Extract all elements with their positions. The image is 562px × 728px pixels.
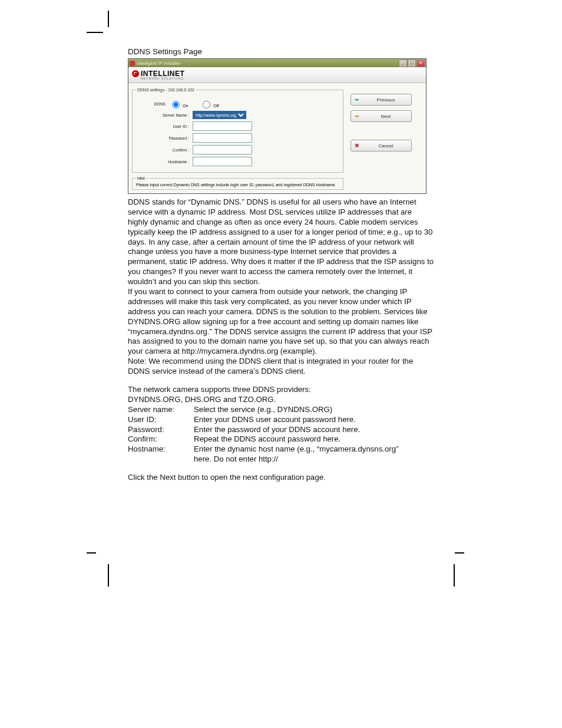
radio-off[interactable]: Off — [200, 104, 219, 108]
body-text: DDNS stands for “Dynamic DNS.” DDNS is u… — [128, 197, 434, 483]
arrow-right-icon: ➡ — [355, 113, 359, 119]
cancel-button[interactable]: ✖ Cancel — [351, 140, 412, 151]
brand-subtitle: NETWORK SOLUTIONS — [141, 77, 422, 80]
hostname-label: Hostname : — [136, 160, 193, 164]
maximize-button[interactable]: □ — [408, 60, 416, 67]
user-id-label: User ID : — [136, 124, 193, 129]
paragraph: DDNS stands for “Dynamic DNS.” DDNS is u… — [128, 197, 434, 287]
ddns-legend: DDNS settings - 192.168.0.102 — [136, 88, 196, 92]
server-name-select[interactable]: http://www.dyndns.org — [193, 111, 246, 119]
paragraph: If you want to connect to your camera fr… — [128, 287, 434, 357]
definition-row: Password: Enter the password of your DDN… — [128, 425, 434, 435]
crop-mark — [454, 564, 455, 587]
radio-on[interactable]: On — [169, 104, 188, 108]
window-title: Intelligent IP Installer — [137, 61, 397, 66]
confirm-input[interactable] — [193, 145, 252, 154]
next-button[interactable]: ➡ Next — [351, 110, 412, 122]
crop-mark — [108, 564, 109, 587]
app-window: Intelligent IP Installer _ □ × INTELLINE… — [128, 58, 427, 194]
previous-button[interactable]: ⬅ Previous — [351, 94, 412, 106]
hint-legend: Hint — [136, 176, 146, 180]
ddns-label: DDNS — [136, 102, 169, 106]
crop-mark — [108, 11, 109, 27]
hostname-input[interactable] — [193, 157, 252, 166]
minimize-button[interactable]: _ — [399, 60, 407, 67]
brand-bar: INTELLINET NETWORK SOLUTIONS — [128, 67, 426, 83]
section-title: DDNS Settings Page — [128, 47, 434, 56]
titlebar: Intelligent IP Installer _ □ × — [128, 59, 426, 67]
hint-text: Please input correct Dynamic DNS setting… — [136, 183, 336, 187]
confirm-label: Confirm : — [136, 148, 193, 152]
paragraph: DYNDNS.ORG, DHS.ORG and TZO.ORG. — [128, 395, 434, 405]
password-label: Password : — [136, 136, 193, 140]
cancel-icon: ✖ — [355, 143, 359, 149]
paragraph: The network camera supports three DDNS p… — [128, 385, 434, 395]
definition-row: User ID: Enter your DDNS user account pa… — [128, 415, 434, 425]
definition-continuation: here. Do not enter http:// — [194, 454, 434, 465]
ddns-fieldset: DDNS settings - 192.168.0.102 DDNS On Of… — [132, 88, 343, 173]
crop-mark — [87, 552, 96, 554]
definition-row: Server name: Select the service (e.g., D… — [128, 405, 434, 415]
definition-row: Hostname: Enter the dynamic host name (e… — [128, 444, 434, 454]
close-button[interactable]: × — [416, 60, 425, 67]
server-name-label: Server Name : — [136, 113, 193, 117]
arrow-left-icon: ⬅ — [355, 97, 359, 103]
paragraph: Note: We recommend using the DDNS client… — [128, 357, 434, 377]
brand-icon — [132, 70, 139, 77]
password-input[interactable] — [193, 133, 252, 143]
definition-row: Confirm: Repeat the DDNS account passwor… — [128, 434, 434, 444]
app-icon — [130, 61, 135, 66]
paragraph: Click the Next button to open the next c… — [128, 473, 434, 483]
crop-mark — [87, 32, 103, 33]
user-id-input[interactable] — [193, 121, 252, 131]
hint-fieldset: Hint Please input correct Dynamic DNS se… — [132, 176, 343, 190]
crop-mark — [455, 552, 464, 554]
